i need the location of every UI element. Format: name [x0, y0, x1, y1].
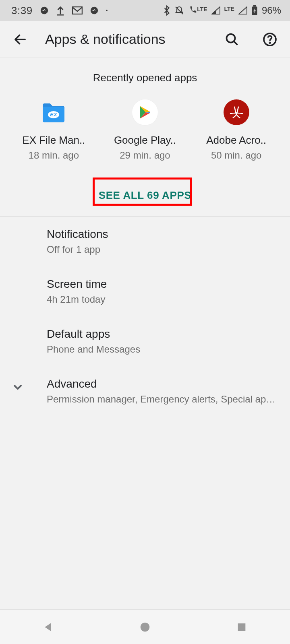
system-nav-bar	[0, 609, 290, 644]
settings-list: Notifications Off for 1 app Screen time …	[0, 217, 290, 416]
svg-text:EX: EX	[50, 111, 58, 118]
help-button[interactable]	[261, 31, 279, 48]
upload-icon	[56, 5, 65, 16]
settings-subtitle: Permission manager, Emergency alerts, Sp…	[47, 394, 276, 405]
dnd-icon	[174, 6, 184, 15]
app-time-label: 50 min. ago	[211, 150, 261, 161]
status-time: 3:39	[11, 4, 33, 17]
battery-percent: 96%	[262, 5, 281, 16]
status-left-cluster: 3:39 •	[11, 4, 108, 17]
recent-app-adobe-acrobat[interactable]: Adobe Acro.. 50 min. ago	[192, 99, 281, 161]
dot-icon: •	[106, 7, 108, 14]
ex-file-manager-icon: EX	[41, 99, 66, 125]
lte-label-1: LTE	[197, 6, 207, 12]
svg-point-5	[227, 34, 235, 42]
recent-app-google-play[interactable]: Google Play.. 29 min. ago	[101, 99, 189, 161]
settings-item-default-apps[interactable]: Default apps Phone and Messages	[0, 316, 290, 366]
adobe-acrobat-icon	[224, 99, 249, 125]
settings-title: Screen time	[47, 278, 107, 291]
app-time-label: 18 min. ago	[29, 150, 79, 161]
svg-rect-4	[253, 5, 256, 6]
google-play-icon	[132, 99, 158, 125]
settings-item-screen-time[interactable]: Screen time 4h 21m today	[0, 266, 290, 316]
bluetooth-icon	[163, 5, 170, 16]
settings-title: Default apps	[47, 328, 140, 341]
status-bar: 3:39 • LTE LTE	[0, 0, 290, 21]
settings-title: Advanced	[47, 378, 276, 390]
recent-app-ex-file-manager[interactable]: EX EX File Man.. 18 min. ago	[9, 99, 98, 161]
back-button[interactable]	[11, 31, 29, 48]
volte-icon: LTE	[188, 6, 207, 15]
gmail-icon	[72, 6, 83, 14]
signal-icon-2	[238, 6, 247, 14]
settings-item-notifications[interactable]: Notifications Off for 1 app	[0, 217, 290, 266]
status-right-cluster: LTE LTE 96%	[163, 5, 281, 16]
settings-item-advanced[interactable]: Advanced Permission manager, Emergency a…	[0, 366, 290, 416]
recent-apps-row: EX EX File Man.. 18 min. ago Google Play…	[0, 87, 290, 173]
nav-home-button[interactable]	[121, 621, 169, 633]
app-name-label: Google Play..	[114, 134, 176, 147]
settings-subtitle: Off for 1 app	[47, 244, 108, 255]
app-name-label: Adobe Acro..	[206, 134, 266, 147]
see-all-wrap: SEE ALL 69 APPS	[0, 173, 290, 217]
svg-rect-12	[238, 623, 246, 631]
messenger-icon	[40, 6, 49, 15]
page-title: Apps & notifications	[45, 31, 207, 47]
messenger-icon-2	[90, 6, 99, 15]
signal-icon-1	[211, 6, 220, 14]
recently-opened-label: Recently opened apps	[0, 58, 290, 87]
expand-chevron-icon	[11, 381, 24, 394]
settings-subtitle: 4h 21m today	[47, 294, 107, 305]
nav-back-button[interactable]	[24, 621, 72, 633]
settings-title: Notifications	[47, 228, 108, 241]
svg-point-7	[269, 42, 270, 43]
search-button[interactable]	[223, 31, 241, 48]
see-all-apps-button[interactable]: SEE ALL 69 APPS	[87, 184, 203, 207]
nav-recents-button[interactable]	[218, 621, 266, 633]
app-bar: Apps & notifications	[0, 21, 290, 58]
svg-point-2	[90, 7, 97, 14]
svg-point-0	[40, 7, 48, 14]
app-name-label: EX File Man..	[22, 134, 85, 147]
svg-point-11	[141, 622, 150, 632]
settings-subtitle: Phone and Messages	[47, 344, 140, 355]
battery-icon	[251, 5, 258, 16]
app-time-label: 29 min. ago	[120, 150, 170, 161]
lte-label-2: LTE	[224, 6, 234, 12]
